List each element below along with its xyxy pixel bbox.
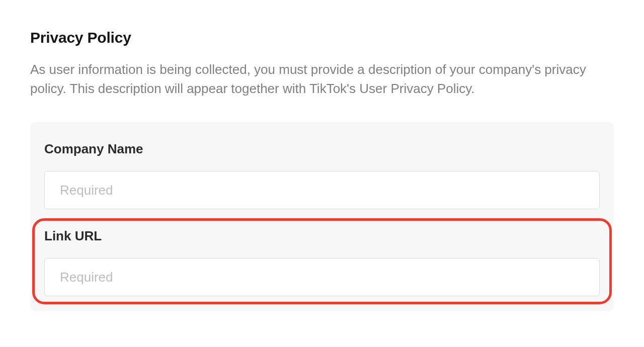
company-name-field-group: Company Name: [44, 122, 600, 209]
section-title: Privacy Policy: [30, 29, 614, 46]
company-name-label: Company Name: [44, 141, 600, 157]
section-description: As user information is being collected, …: [30, 60, 614, 98]
company-name-input[interactable]: [44, 171, 600, 209]
privacy-policy-form-panel: Company Name Link URL: [30, 122, 614, 311]
link-url-field-group: Link URL: [44, 209, 600, 296]
privacy-policy-section: Privacy Policy As user information is be…: [0, 0, 644, 311]
link-url-input[interactable]: [44, 258, 600, 296]
link-url-label: Link URL: [44, 228, 600, 244]
